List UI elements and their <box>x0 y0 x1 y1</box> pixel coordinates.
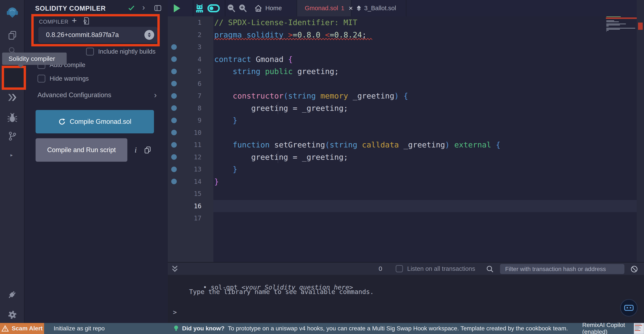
editor-area: Home Gmonad.sol 1 × 3_Ballot.sol 1234567… <box>168 0 644 262</box>
advanced-configurations[interactable]: Advanced Configurations › <box>38 91 157 99</box>
hide-warnings-checkbox[interactable] <box>38 75 45 82</box>
minimap-line <box>606 16 621 17</box>
expand-terminal-button[interactable] <box>171 265 178 273</box>
git-init-button[interactable]: Initialize as git repo <box>54 323 105 334</box>
scam-alert-button[interactable]: Scam Alert <box>0 323 44 334</box>
token-plain <box>214 91 233 100</box>
indent-guide <box>278 151 278 163</box>
sidebar-item-settings[interactable] <box>0 309 24 321</box>
code-line-5[interactable]: string public greeting; <box>214 65 637 78</box>
token-modifier: external <box>454 140 496 149</box>
code-line-17[interactable] <box>214 212 637 224</box>
pin-panel-icon[interactable] <box>154 5 162 11</box>
tab-gmonad-sol[interactable]: Gmonad.sol 1 × <box>297 0 352 16</box>
token-plain: greeting = _greeting; <box>214 153 348 161</box>
token-keyword: function <box>233 140 274 149</box>
breakpoint-dot[interactable] <box>171 179 177 184</box>
line-number: 1 <box>177 19 214 26</box>
code-line-9[interactable]: } <box>214 114 637 127</box>
include-nightly-checkbox[interactable] <box>86 48 94 55</box>
token-plain: greeting = _greeting; <box>214 104 348 112</box>
tab-ballot-sol[interactable]: 3_Ballot.sol <box>352 0 406 16</box>
compile-and-run-button[interactable]: Compile and Run script <box>36 138 127 162</box>
breakpoint-dot[interactable] <box>171 93 177 99</box>
code-line-4[interactable]: contract Gmonad { <box>214 53 637 65</box>
transaction-count-badge: 0 <box>379 265 382 272</box>
line-number: 16 <box>177 202 214 210</box>
line-number: 9 <box>177 117 214 124</box>
sidebar-item-file-explorer[interactable] <box>0 29 24 41</box>
sidebar-item-deploy-run[interactable] <box>0 91 24 103</box>
file-explorer-icon <box>8 31 17 40</box>
gutter-line-16: 16 <box>168 200 214 212</box>
panel-chevron-icon[interactable]: › <box>142 3 145 11</box>
code-line-1[interactable]: // SPDX-License-Identifier: MIT <box>214 16 637 29</box>
hide-warnings-row: Hide warnings <box>38 75 89 82</box>
code-line-14[interactable]: } <box>214 176 637 188</box>
token-keyword: string <box>330 140 362 149</box>
pip-preview-thumbnail[interactable] <box>634 323 644 334</box>
zoom-out-button[interactable] <box>227 0 236 16</box>
code-line-13[interactable]: } <box>214 163 637 176</box>
breakpoint-dot[interactable] <box>171 167 177 172</box>
ai-copilot-button[interactable] <box>195 0 204 16</box>
transaction-filter-input[interactable] <box>500 264 624 274</box>
hide-warnings-label: Hide warnings <box>50 75 89 82</box>
token-plain: _greeting <box>404 140 445 149</box>
breakpoint-dot[interactable] <box>171 105 177 111</box>
minimap[interactable] <box>606 16 637 35</box>
code-line-15[interactable] <box>214 188 637 200</box>
breakpoint-dot[interactable] <box>171 130 177 135</box>
breakpoint-dot[interactable] <box>171 44 177 50</box>
compiled-check-icon[interactable] <box>128 5 135 11</box>
copy-icon[interactable] <box>144 146 151 154</box>
sidebar-item-git[interactable] <box>0 130 24 142</box>
clear-console-button[interactable] <box>630 265 638 273</box>
compile-button[interactable]: Compile Gmonad.sol <box>36 110 154 133</box>
code-line-10[interactable] <box>214 127 637 139</box>
code-line-16[interactable] <box>214 200 637 212</box>
breakpoint-dot[interactable] <box>171 154 177 160</box>
line-number: 15 <box>177 190 214 197</box>
run-script-button[interactable] <box>174 0 180 16</box>
remixai-copilot-button[interactable] <box>620 299 638 317</box>
minimap-line <box>606 21 619 22</box>
overview-ruler[interactable] <box>637 0 644 262</box>
remix-logo[interactable] <box>0 6 24 19</box>
editor-tabbar: Home Gmonad.sol 1 × 3_Ballot.sol <box>168 0 644 16</box>
zoom-in-button[interactable] <box>238 0 247 16</box>
copilot-toggle[interactable] <box>208 0 220 16</box>
code-line-6[interactable] <box>214 78 637 90</box>
gutter-line-12: 12 <box>168 151 214 163</box>
token-brace2: } <box>214 165 237 174</box>
code-line-11[interactable]: function setGreeting(string calldata _gr… <box>214 139 637 151</box>
sidebar-item-plugin-manager[interactable]: ▶ <box>0 150 24 162</box>
terminal-search-button[interactable] <box>486 265 494 273</box>
gutter-line-13: 13 <box>168 163 214 176</box>
code-line-8[interactable]: greeting = _greeting; <box>214 102 637 114</box>
code-line-12[interactable]: greeting = _greeting; <box>214 151 637 163</box>
breakpoint-dot[interactable] <box>171 56 177 62</box>
breakpoint-dot[interactable] <box>171 118 177 123</box>
compile-run-row: Compile and Run script i <box>36 138 151 162</box>
sidebar-item-plugin-connector[interactable] <box>0 288 24 301</box>
minimap-line <box>606 30 609 31</box>
lightbulb-icon <box>174 325 179 332</box>
sidebar-item-debugger[interactable] <box>0 111 24 123</box>
breakpoint-dot[interactable] <box>171 69 177 74</box>
scam-alert-label: Scam Alert <box>12 325 42 332</box>
gutter-line-10: 10 <box>168 127 214 139</box>
line-number: 5 <box>177 68 214 75</box>
info-icon[interactable]: i <box>134 145 137 154</box>
solidity-compiler-panel: SOLIDITY COMPILER › COMPILER + 0.8.26+co… <box>24 0 168 323</box>
token-modifier: public <box>265 67 297 76</box>
terminal-prompt[interactable]: > <box>173 309 177 316</box>
code-line-2[interactable]: pragma solidity >=0.8.0 <=0.8.24; <box>214 29 637 41</box>
breakpoint-dot[interactable] <box>171 142 177 148</box>
listen-transactions-checkbox[interactable] <box>396 265 403 272</box>
tab-home[interactable]: Home <box>250 0 286 16</box>
code-area[interactable]: // SPDX-License-Identifier: MITpragma so… <box>214 16 637 262</box>
code-line-3[interactable] <box>214 41 637 53</box>
code-line-7[interactable]: constructor(string memory _greeting) { <box>214 90 637 102</box>
breakpoint-dot[interactable] <box>171 81 177 86</box>
